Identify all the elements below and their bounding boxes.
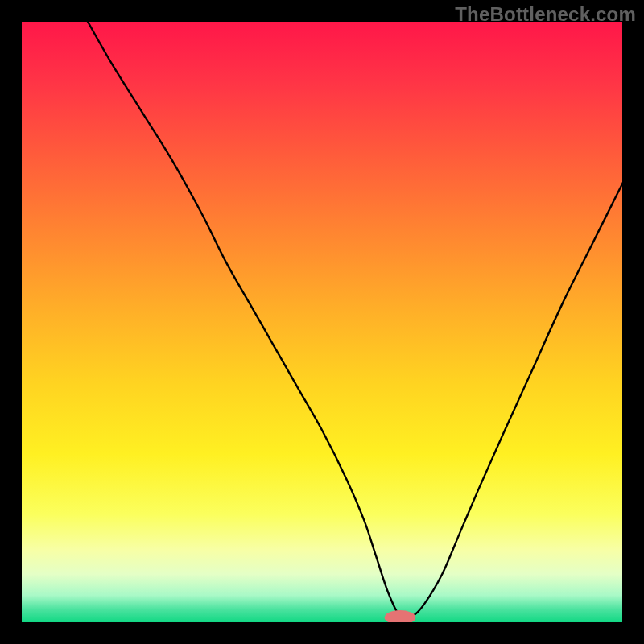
plot-svg: [22, 22, 622, 622]
chart-frame: TheBottleneck.com: [0, 0, 644, 644]
plot-area: [22, 22, 622, 622]
gradient-background: [22, 22, 622, 622]
watermark-text: TheBottleneck.com: [455, 3, 636, 26]
